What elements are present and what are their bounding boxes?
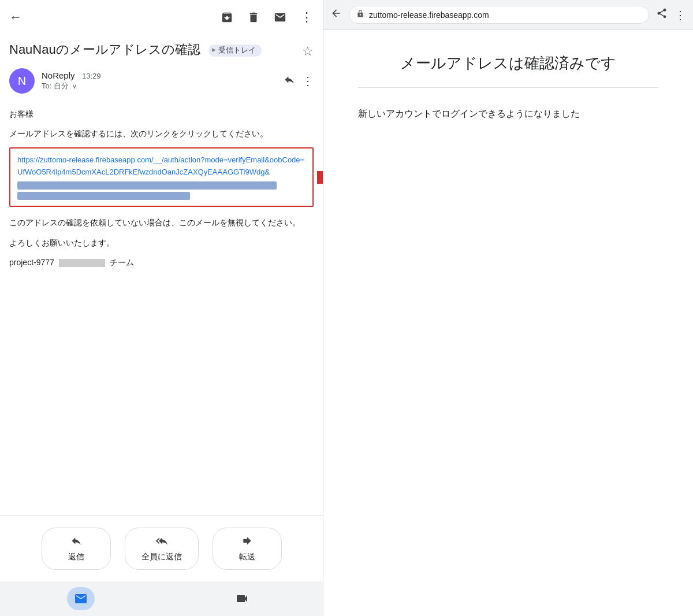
confirm-title: メールアドレスは確認済みです [358,53,658,73]
subject-text: NauNauのメールアドレスの確認 [9,42,200,57]
forward-button[interactable]: 転送 [213,528,282,570]
inbox-tag: 受信トレイ [208,44,262,57]
browser-panel: zuttomo-release.firebaseapp.com ⋮ メールアドレ… [323,0,693,616]
link-section: https://zuttomo-release.firebaseapp.com/… [9,147,314,207]
sender-info: NoReply 13:29 To: 自分 ∨ [42,70,277,91]
archive-button[interactable] [221,11,233,24]
reply-all-icon [156,535,167,550]
team-suffix: チーム [110,258,134,267]
team-redacted [59,259,105,267]
email-team: project-9777 チーム [9,256,314,269]
sender-time: 13:29 [82,72,101,80]
arrow-shaft [317,171,323,184]
email-sender-row: N NoReply 13:29 To: 自分 ∨ ⋮ [0,64,323,98]
delete-button[interactable] [247,11,260,24]
more-sender-button[interactable]: ⋮ [302,74,314,88]
mark-button[interactable] [274,11,286,24]
reply-icon-button[interactable] [284,74,295,88]
sender-to: To: 自分 ∨ [42,81,277,91]
reply-all-button[interactable]: 全員に返信 [125,528,199,570]
email-greeting: お客様 [9,107,314,120]
email-toolbar: ← ⋮ [0,0,323,35]
email-footer2: よろしくお願いいたします。 [9,236,314,249]
forward-icon [241,535,253,550]
email-panel: ← ⋮ NauNauのメールアドレスの確認 受信トレイ ☆ N NoReply … [0,0,323,616]
confirm-body: 新しいアカウントでログインできるようになりました [358,106,658,121]
reply-label: 返信 [68,552,84,562]
share-button[interactable] [656,8,668,22]
reply-button[interactable]: 返信 [42,528,111,570]
team-name: project-9777 [9,258,54,267]
browser-toolbar: zuttomo-release.firebaseapp.com ⋮ [323,0,693,30]
email-footer1: このアドレスの確認を依頼していない場合は、このメールを無視してください。 [9,216,314,229]
redacted-bars [17,181,305,200]
divider [358,87,658,88]
redact-bar-2 [17,192,190,200]
link-text[interactable]: https://zuttomo-release.firebaseapp.com/… [17,154,305,179]
mail-nav-icon[interactable] [67,587,95,610]
forward-label: 転送 [239,552,255,562]
sender-name: NoReply [42,70,75,80]
browser-content: メールアドレスは確認済みです 新しいアカウントでログインできるようになりました [323,30,693,616]
sender-actions: ⋮ [284,74,314,88]
reply-all-label: 全員に返信 [141,552,182,562]
more-button[interactable]: ⋮ [300,10,314,25]
bottom-actions: 返信 全員に返信 転送 [0,515,323,581]
browser-back-button[interactable] [330,8,342,22]
back-button[interactable]: ← [9,10,22,25]
star-icon[interactable]: ☆ [302,44,314,59]
sender-name-row: NoReply 13:29 [42,70,277,81]
chevron-icon[interactable]: ∨ [72,83,77,90]
email-line1: メールアドレスを確認するには、次のリンクをクリックしてください。 [9,127,314,140]
email-body: お客様 メールアドレスを確認するには、次のリンクをクリックしてください。 htt… [0,98,323,515]
email-subject: NauNauのメールアドレスの確認 受信トレイ [9,42,295,58]
browser-more-button[interactable]: ⋮ [675,8,686,22]
address-bar[interactable]: zuttomo-release.firebaseapp.com [349,6,649,24]
sender-avatar: N [9,68,35,94]
red-arrow [317,158,323,196]
address-text: zuttomo-release.firebaseapp.com [369,10,489,20]
redact-bar-1 [17,181,277,190]
bottom-nav [0,581,323,616]
email-subject-area: NauNauのメールアドレスの確認 受信トレイ ☆ [0,35,323,64]
link-box: https://zuttomo-release.firebaseapp.com/… [9,147,314,207]
reply-btn-icon [70,535,82,550]
lock-icon [356,10,364,20]
video-nav-icon[interactable] [228,587,256,610]
